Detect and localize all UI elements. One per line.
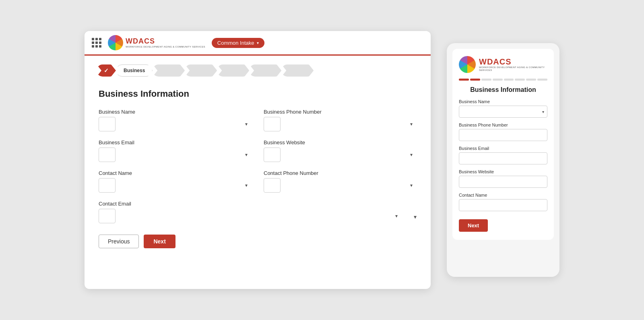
mobile-inner: WDACS WORKFORCE DEVELOPMENT AGING & COMM… bbox=[452, 49, 554, 240]
mobile-form-group-business-phone: Business Phone Number bbox=[459, 123, 547, 141]
form-group-contact-email: Contact Email ▾ bbox=[99, 201, 402, 223]
form-row-2: Business Email ▾ Business Website ▾ bbox=[99, 139, 417, 162]
mobile-select-business-name[interactable] bbox=[459, 106, 547, 118]
select-wrapper-business-email: ▾ bbox=[99, 148, 252, 162]
progress-empty-3 bbox=[504, 79, 514, 81]
select-contact-name[interactable] bbox=[99, 178, 116, 193]
progress-empty-1 bbox=[481, 79, 491, 81]
mobile-logo-wdacs: WDACS bbox=[479, 57, 547, 66]
mobile-input-business-phone[interactable] bbox=[459, 129, 547, 141]
mobile-label-business-website: Business Website bbox=[459, 169, 547, 174]
select-wrapper-contact-email: ▾ bbox=[99, 209, 402, 223]
extra-dropdown-caret[interactable]: ▾ bbox=[414, 201, 417, 223]
mobile-card: WDACS WORKFORCE DEVELOPMENT AGING & COMM… bbox=[447, 43, 559, 277]
mobile-input-business-website[interactable] bbox=[459, 176, 547, 188]
mobile-form-group-business-name: Business Name ▾ bbox=[459, 99, 547, 118]
mobile-input-contact-name[interactable] bbox=[459, 199, 547, 211]
step-bubble-3[interactable] bbox=[153, 64, 185, 77]
select-business-website[interactable] bbox=[264, 148, 281, 162]
form-group-business-email: Business Email ▾ bbox=[99, 139, 252, 162]
mobile-label-contact-name: Contact Name bbox=[459, 193, 547, 197]
chevron-down-icon: ▾ bbox=[245, 121, 248, 127]
step-bubble-7[interactable] bbox=[281, 64, 314, 77]
label-business-phone: Business Phone Number bbox=[264, 109, 417, 115]
logo-subtitle-text: WORKFORCE DEVELOPMENT AGING & COMMUNITY … bbox=[126, 46, 205, 48]
mobile-logo-area: WDACS WORKFORCE DEVELOPMENT AGING & COMM… bbox=[459, 56, 547, 73]
form-group-business-name: Business Name ▾ bbox=[99, 109, 252, 131]
mobile-form-group-business-email: Business Email bbox=[459, 146, 547, 164]
mobile-select-wrapper-business-name: ▾ bbox=[459, 106, 547, 118]
step-bubble-6[interactable] bbox=[249, 64, 281, 77]
select-contact-phone[interactable] bbox=[264, 178, 281, 193]
select-business-name[interactable] bbox=[99, 117, 116, 131]
select-wrapper-business-name: ▾ bbox=[99, 117, 252, 131]
chevron-down-icon: ▾ bbox=[410, 183, 413, 188]
select-business-email[interactable] bbox=[99, 148, 116, 162]
step-bubble-active[interactable]: Business bbox=[116, 64, 153, 77]
step-bubble-4[interactable] bbox=[185, 64, 217, 77]
form-row-1: Business Name ▾ Business Phone Number ▾ bbox=[99, 109, 417, 131]
mobile-logo-icon bbox=[459, 56, 476, 73]
chevron-down-icon: ▾ bbox=[245, 183, 248, 188]
mobile-progress-bar bbox=[459, 79, 547, 81]
progress-empty-2 bbox=[493, 79, 503, 81]
chevron-down-icon: ▾ bbox=[395, 213, 398, 219]
form-group-business-website: Business Website ▾ bbox=[264, 139, 417, 162]
label-contact-email: Contact Email bbox=[99, 201, 402, 207]
form-group-business-phone: Business Phone Number ▾ bbox=[264, 109, 417, 131]
mobile-label-business-name: Business Name bbox=[459, 99, 547, 104]
progress-empty-4 bbox=[515, 79, 525, 81]
step-7 bbox=[281, 64, 314, 77]
checkmark-icon: ✓ bbox=[104, 67, 109, 74]
select-contact-email[interactable] bbox=[99, 209, 116, 223]
label-business-website: Business Website bbox=[264, 139, 417, 145]
previous-button[interactable]: Previous bbox=[99, 235, 139, 248]
grid-icon[interactable] bbox=[92, 38, 101, 48]
progress-stepper: ✓ Business bbox=[85, 56, 431, 81]
logo-wdacs-text: WDACS bbox=[126, 37, 205, 46]
mobile-form-group-business-website: Business Website bbox=[459, 169, 547, 188]
step-bubble-5[interactable] bbox=[217, 64, 249, 77]
mobile-form-title: Business Information bbox=[459, 86, 547, 94]
chevron-down-icon: ▾ bbox=[245, 152, 248, 158]
select-wrapper-contact-name: ▾ bbox=[99, 178, 252, 193]
step-4 bbox=[185, 64, 217, 77]
mobile-next-button[interactable]: Next bbox=[459, 219, 488, 232]
label-business-email: Business Email bbox=[99, 139, 252, 145]
chevron-down-icon: ▾ bbox=[410, 121, 413, 127]
progress-filled-1 bbox=[459, 79, 469, 81]
nav-pill[interactable]: Common Intake ▾ bbox=[212, 38, 264, 48]
mobile-input-business-email[interactable] bbox=[459, 152, 547, 164]
logo-area: WDACS WORKFORCE DEVELOPMENT AGING & COMM… bbox=[108, 35, 205, 50]
desktop-card: WDACS WORKFORCE DEVELOPMENT AGING & COMM… bbox=[85, 31, 431, 289]
mobile-label-business-phone: Business Phone Number bbox=[459, 123, 547, 127]
label-contact-name: Contact Name bbox=[99, 170, 252, 176]
top-nav: WDACS WORKFORCE DEVELOPMENT AGING & COMM… bbox=[85, 31, 431, 56]
step-2: Business bbox=[116, 64, 153, 77]
select-business-phone[interactable] bbox=[264, 117, 281, 131]
mobile-logo-subtitle: WORKFORCE DEVELOPMENT AGING & COMMUNITY … bbox=[479, 66, 547, 71]
form-row-3: Contact Name ▾ Contact Phone Number ▾ bbox=[99, 170, 417, 193]
step-6 bbox=[249, 64, 281, 77]
label-business-name: Business Name bbox=[99, 109, 252, 115]
progress-empty-6 bbox=[537, 79, 547, 81]
form-area: Business Information Business Name ▾ Bus… bbox=[85, 81, 431, 260]
select-wrapper-contact-phone: ▾ bbox=[264, 178, 417, 193]
logo-icon bbox=[108, 35, 123, 50]
step-label-business: Business bbox=[124, 68, 145, 73]
form-row-4: Contact Email ▾ ▾ bbox=[99, 201, 417, 223]
progress-empty-5 bbox=[526, 79, 536, 81]
mobile-label-business-email: Business Email bbox=[459, 146, 547, 151]
select-wrapper-business-phone: ▾ bbox=[264, 117, 417, 131]
form-group-contact-phone: Contact Phone Number ▾ bbox=[264, 170, 417, 193]
progress-filled-2 bbox=[470, 79, 480, 81]
step-3 bbox=[153, 64, 185, 77]
step-bubble-completed[interactable]: ✓ bbox=[97, 64, 116, 77]
form-title: Business Information bbox=[99, 89, 417, 99]
select-wrapper-business-website: ▾ bbox=[264, 148, 417, 162]
chevron-down-icon: ▾ bbox=[410, 152, 413, 158]
step-5 bbox=[217, 64, 249, 77]
form-group-contact-name: Contact Name ▾ bbox=[99, 170, 252, 193]
nav-pill-label: Common Intake bbox=[217, 40, 254, 46]
next-button[interactable]: Next bbox=[144, 235, 175, 248]
